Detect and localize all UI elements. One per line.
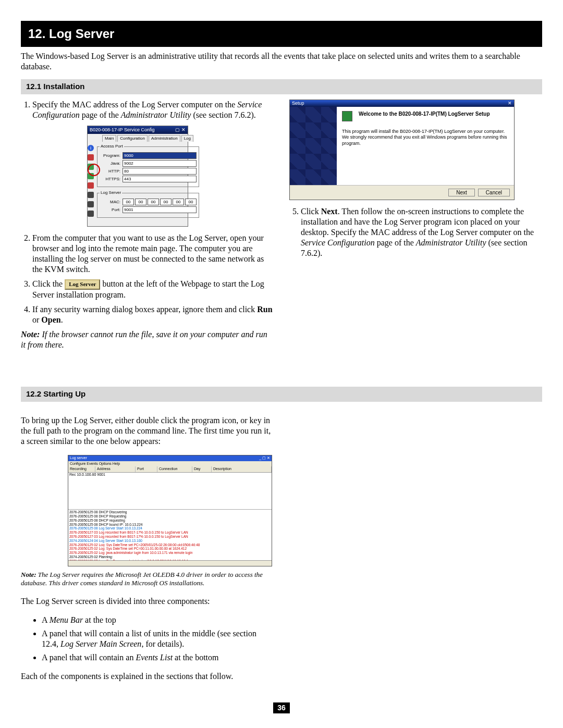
mac-3[interactable] bbox=[160, 199, 172, 205]
mac-1[interactable] bbox=[135, 199, 146, 205]
starting-up-intro: To bring up the Log Server, either doubl… bbox=[21, 415, 274, 447]
log-server-window: Log server _ ▢ ✕ Configure Events Option… bbox=[68, 455, 272, 566]
highlight-circle bbox=[88, 164, 100, 176]
window-controls: ▢ ✕ bbox=[175, 127, 186, 133]
wizard-body-text: This program will install the B020-008-1… bbox=[342, 129, 509, 146]
text: at the top bbox=[83, 615, 116, 624]
text: If any security warning dialog boxes app… bbox=[32, 305, 257, 314]
text: Next bbox=[321, 207, 338, 216]
http-input[interactable] bbox=[123, 168, 197, 175]
user2-icon[interactable] bbox=[88, 182, 94, 189]
settings-icon[interactable] bbox=[88, 192, 94, 198]
page-number: 36 bbox=[21, 702, 542, 714]
note-label: Note: bbox=[21, 571, 36, 578]
bullet-3: A panel that will contain an Events List… bbox=[42, 652, 274, 663]
text: Click bbox=[301, 207, 321, 216]
logwin-menu[interactable]: Configure Events Options Help bbox=[68, 461, 272, 467]
text: Service Configuration bbox=[301, 238, 375, 247]
tab-main[interactable]: Main bbox=[102, 135, 116, 142]
event-row[interactable]: 2074-20050125 02 Planning: bbox=[69, 555, 271, 559]
col-day[interactable]: Day bbox=[192, 466, 212, 472]
text: Administrator Utility bbox=[121, 110, 191, 119]
chapter-title: 12. Log Server bbox=[21, 21, 542, 47]
service-config-window: B020-008-17-IP Service Config ▢ ✕ Main C… bbox=[87, 126, 188, 227]
step-4: If any security warning dialog boxes app… bbox=[32, 304, 274, 325]
events-list[interactable]: 2076-20050125 08 DHCP Discovering2076-20… bbox=[68, 510, 272, 560]
text: , for details). bbox=[141, 639, 184, 648]
note-body: The Log Server requires the Microsoft Je… bbox=[21, 571, 263, 587]
text: or bbox=[32, 315, 41, 324]
mac-5[interactable] bbox=[185, 199, 197, 205]
col-description[interactable]: Description bbox=[212, 466, 272, 472]
close-icon[interactable]: ✕ bbox=[508, 101, 512, 106]
wizard-side-graphic bbox=[290, 107, 337, 185]
text: page of the bbox=[375, 238, 416, 247]
tab-configuration[interactable]: Configuration bbox=[117, 135, 148, 142]
program-label: Program: bbox=[100, 153, 120, 158]
text: Specify the MAC address of the Log Serve… bbox=[32, 100, 237, 109]
event-row[interactable]: 2076-20050125 08 DHCP Requesting bbox=[69, 514, 271, 519]
col-connection[interactable]: Connection bbox=[157, 466, 192, 472]
gear-icon[interactable] bbox=[88, 201, 94, 207]
port-input[interactable] bbox=[123, 206, 197, 213]
info-icon[interactable]: i bbox=[88, 145, 94, 151]
unit-list[interactable]: Rec 10.0.100.80 9001 bbox=[68, 473, 272, 510]
event-row[interactable]: 2076-20050125 08 Log Server Start 10.0.1… bbox=[69, 526, 271, 530]
tab-administration[interactable]: Administration bbox=[149, 135, 180, 142]
cancel-button[interactable]: Cancel bbox=[478, 189, 510, 196]
col-recording[interactable]: Recording bbox=[68, 466, 95, 472]
event-row[interactable]: 2076-20050125 08 DHCP requesting bbox=[69, 519, 271, 523]
https-input[interactable] bbox=[123, 176, 197, 182]
mac-2[interactable] bbox=[148, 199, 159, 205]
text: at the bottom bbox=[173, 653, 218, 662]
note-body: If the browser cannot run the file, save… bbox=[21, 330, 267, 349]
logwin-columns: Recording Address Port Connection Day De… bbox=[68, 466, 272, 473]
note-1: Note: If the browser cannot run the file… bbox=[21, 329, 274, 350]
java-label: Java: bbox=[100, 161, 120, 166]
installer-icon bbox=[342, 111, 352, 121]
col-port[interactable]: Port bbox=[136, 466, 157, 472]
components-outro: Each of the components is explained in t… bbox=[21, 671, 274, 682]
mac-label: MAC: bbox=[100, 200, 120, 205]
event-row[interactable]: 2076-20050127 03 Log recorded from B017-… bbox=[69, 535, 271, 539]
text: (see section 7.6.2). bbox=[191, 110, 255, 119]
misc-icon[interactable] bbox=[88, 211, 94, 217]
chapter-intro: The Windows-based Log Server is an admin… bbox=[21, 51, 542, 72]
components-intro: The Log Server screen is divided into th… bbox=[21, 596, 274, 607]
section-12-2-heading: 12.2 Starting Up bbox=[21, 387, 542, 402]
tabs: Main Configuration Administration Log bbox=[88, 134, 188, 142]
event-row[interactable]: 2076-20050125 02 Log: Sys DateTime set P… bbox=[69, 547, 271, 551]
text: A panel that will contain an bbox=[42, 653, 136, 662]
legend: Access Port bbox=[100, 144, 124, 149]
next-button[interactable]: Next bbox=[448, 189, 475, 196]
text: Menu Bar bbox=[50, 615, 83, 624]
event-row[interactable]: 2076-20050125 02 Log: Sys DateTime set P… bbox=[69, 543, 271, 547]
text: Click the bbox=[32, 279, 65, 288]
event-row[interactable]: 2076-20050125 08 DHCP bound IP: 10.0.13.… bbox=[69, 523, 271, 527]
event-row[interactable]: 2076-20050125 08 DHCP Discovering bbox=[69, 510, 271, 514]
tab-log[interactable]: Log bbox=[181, 135, 193, 142]
log-server-group: Log Server MAC: bbox=[97, 190, 199, 218]
java-input[interactable] bbox=[123, 160, 197, 167]
logwin-title: Log server bbox=[70, 456, 87, 461]
program-input[interactable] bbox=[123, 152, 197, 159]
window-controls: _ ▢ ✕ bbox=[259, 456, 270, 461]
bullet-1: A Menu Bar at the top bbox=[42, 615, 274, 625]
col-address[interactable]: Address bbox=[95, 466, 136, 472]
unit-row[interactable]: Rec 10.0.100.80 9001 bbox=[68, 473, 272, 477]
install-steps-left: Specify the MAC address of the Log Serve… bbox=[21, 100, 274, 325]
text: A bbox=[42, 615, 50, 624]
text: Log Server Main Screen bbox=[60, 639, 141, 648]
event-row[interactable]: 2076-20050125 02 Log: java administrator… bbox=[69, 551, 271, 555]
status-bar bbox=[68, 560, 272, 566]
event-row[interactable]: 2074-20050124 04 Log Server Start 10.0.1… bbox=[69, 539, 271, 543]
event-row[interactable]: 2076-20050127 03 Log recorded from B017-… bbox=[69, 530, 271, 535]
mac-4[interactable] bbox=[173, 199, 184, 205]
log-server-button[interactable]: Log Server bbox=[65, 279, 100, 290]
user-icon[interactable] bbox=[88, 154, 94, 161]
sidebar-icons: i bbox=[88, 142, 94, 226]
bullet-2: A panel that will contain a list of unit… bbox=[42, 628, 274, 649]
setup-wizard-window: Setup ✕ Welcome to the B020-008-17-IP(TM… bbox=[289, 100, 515, 200]
components-list: A Menu Bar at the top A panel that will … bbox=[21, 615, 274, 663]
mac-0[interactable] bbox=[123, 199, 134, 205]
